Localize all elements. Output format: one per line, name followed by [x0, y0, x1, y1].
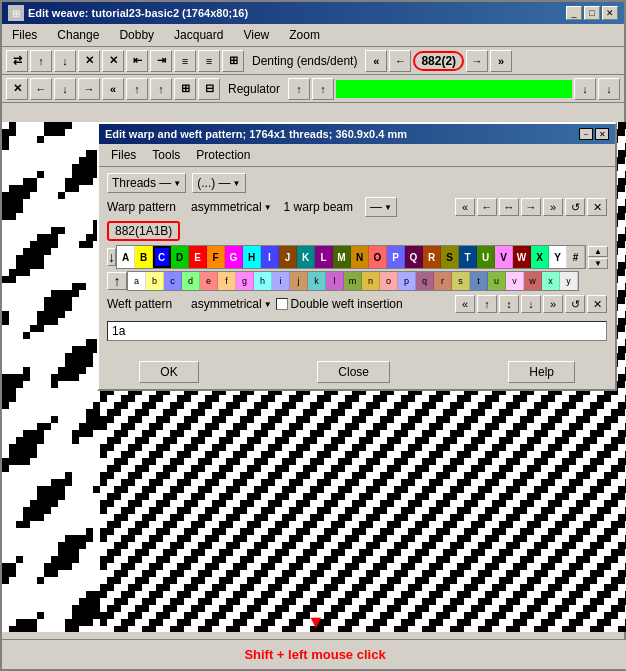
upper-color-cell-X[interactable]: X — [531, 246, 549, 268]
upper-color-cell-Y[interactable]: Y — [549, 246, 567, 268]
double-weft-checkbox[interactable] — [276, 298, 288, 310]
toolbar2-btn-7[interactable]: ↑ — [150, 78, 172, 100]
lower-color-cell-h[interactable]: h — [254, 272, 272, 290]
upper-color-cell-Q[interactable]: Q — [405, 246, 423, 268]
upper-color-cell-O[interactable]: O — [369, 246, 387, 268]
lower-color-cell-a[interactable]: a — [128, 272, 146, 290]
regulator-up2[interactable]: ↑ — [312, 78, 334, 100]
dialog-menu-files[interactable]: Files — [107, 146, 140, 164]
menu-files[interactable]: Files — [6, 26, 43, 44]
close-button[interactable]: ✕ — [602, 6, 618, 20]
lower-color-cell-x[interactable]: x — [542, 272, 560, 290]
toolbar-btn-6[interactable]: ⇤ — [126, 50, 148, 72]
denting-nav-left2[interactable]: ← — [389, 50, 411, 72]
lower-color-cell-u[interactable]: u — [488, 272, 506, 290]
upper-color-cell-G[interactable]: G — [225, 246, 243, 268]
toolbar2-btn-9[interactable]: ⊟ — [198, 78, 220, 100]
upper-color-cell-T[interactable]: T — [459, 246, 477, 268]
lower-color-cell-o[interactable]: o — [380, 272, 398, 290]
warp-nav-center[interactable]: ↔ — [499, 198, 519, 216]
upper-color-cell-P[interactable]: P — [387, 246, 405, 268]
upper-color-cell-E[interactable]: E — [189, 246, 207, 268]
close-dialog-button[interactable]: Close — [317, 361, 390, 383]
dialog-menu-tools[interactable]: Tools — [148, 146, 184, 164]
lower-color-cell-n[interactable]: n — [362, 272, 380, 290]
dialog-close-button[interactable]: ✕ — [595, 128, 609, 140]
color-down-btn[interactable]: ▼ — [588, 258, 608, 269]
weft-nav-refresh[interactable]: ↺ — [565, 295, 585, 313]
upper-color-cell-R[interactable]: R — [423, 246, 441, 268]
upper-color-cell-U[interactable]: U — [477, 246, 495, 268]
lower-color-cell-l[interactable]: l — [326, 272, 344, 290]
menu-jacquard[interactable]: Jacquard — [168, 26, 229, 44]
upper-color-cell-A[interactable]: A — [117, 246, 135, 268]
minimize-button[interactable]: _ — [566, 6, 582, 20]
regulator-down2[interactable]: ↓ — [598, 78, 620, 100]
lower-color-cell-s[interactable]: s — [452, 272, 470, 290]
menu-view[interactable]: View — [237, 26, 275, 44]
upper-color-cell-F[interactable]: F — [207, 246, 225, 268]
threads-dropdown[interactable]: Threads — ▼ — [107, 173, 186, 193]
weft-nav-next[interactable]: ↓ — [521, 295, 541, 313]
toolbar-btn-7[interactable]: ⇥ — [150, 50, 172, 72]
weft-nav-clear[interactable]: ✕ — [587, 295, 607, 313]
dialog-minimize-button[interactable]: − — [579, 128, 593, 140]
menu-dobby[interactable]: Dobby — [113, 26, 160, 44]
denting-nav-right2[interactable]: » — [490, 50, 512, 72]
lower-color-cell-y[interactable]: y — [560, 272, 578, 290]
lower-color-cell-g[interactable]: g — [236, 272, 254, 290]
weft-nav-prev[interactable]: ↑ — [477, 295, 497, 313]
denting-nav-right1[interactable]: → — [466, 50, 488, 72]
toolbar-btn-5[interactable]: ✕ — [102, 50, 124, 72]
lower-color-cell-r[interactable]: r — [434, 272, 452, 290]
warp-nav-next[interactable]: → — [521, 198, 541, 216]
lower-color-cell-t[interactable]: t — [470, 272, 488, 290]
color-up-btn[interactable]: ▲ — [588, 246, 608, 257]
lower-color-cell-p[interactable]: p — [398, 272, 416, 290]
warp-nav-clear[interactable]: ✕ — [587, 198, 607, 216]
warp-nav-last[interactable]: » — [543, 198, 563, 216]
warp-nav-first[interactable]: « — [455, 198, 475, 216]
lower-color-cell-c[interactable]: c — [164, 272, 182, 290]
upper-color-cell-S[interactable]: S — [441, 246, 459, 268]
toolbar-btn-1[interactable]: ⇄ — [6, 50, 28, 72]
weft-nav-last[interactable]: » — [543, 295, 563, 313]
lower-color-cell-q[interactable]: q — [416, 272, 434, 290]
toolbar-btn-9[interactable]: ≡ — [198, 50, 220, 72]
upper-color-cell-C[interactable]: C — [153, 246, 171, 268]
toolbar-btn-3[interactable]: ↓ — [54, 50, 76, 72]
pattern-input[interactable] — [107, 321, 607, 341]
weft-nav-center[interactable]: ↕ — [499, 295, 519, 313]
lower-color-cell-d[interactable]: d — [182, 272, 200, 290]
toolbar-btn-4[interactable]: ✕ — [78, 50, 100, 72]
dialog-menu-protection[interactable]: Protection — [192, 146, 254, 164]
scroll-up-btn[interactable]: ↓ — [107, 248, 116, 266]
toolbar-btn-2[interactable]: ↑ — [30, 50, 52, 72]
upper-color-cell-N[interactable]: N — [351, 246, 369, 268]
toolbar2-btn-5[interactable]: « — [102, 78, 124, 100]
upper-color-cell-H[interactable]: H — [243, 246, 261, 268]
warp-beam-dropdown[interactable]: — ▼ — [365, 197, 397, 217]
weft-asymmetrical-dropdown[interactable]: asymmetrical ▼ — [191, 297, 272, 311]
toolbar2-btn-1[interactable]: ✕ — [6, 78, 28, 100]
upper-color-cell-K[interactable]: K — [297, 246, 315, 268]
lower-color-cell-w[interactable]: w — [524, 272, 542, 290]
upper-color-cell-B[interactable]: B — [135, 246, 153, 268]
lower-color-cell-k[interactable]: k — [308, 272, 326, 290]
upper-color-cell-W[interactable]: W — [513, 246, 531, 268]
lower-color-cell-j[interactable]: j — [290, 272, 308, 290]
toolbar2-btn-4[interactable]: → — [78, 78, 100, 100]
upper-color-cell-J[interactable]: J — [279, 246, 297, 268]
upper-color-cell-I[interactable]: I — [261, 246, 279, 268]
warp-asymmetrical-dropdown[interactable]: asymmetrical ▼ — [191, 200, 272, 214]
regulator-down1[interactable]: ↓ — [574, 78, 596, 100]
upper-color-cell-M[interactable]: M — [333, 246, 351, 268]
menu-zoom[interactable]: Zoom — [283, 26, 326, 44]
lower-color-cell-i[interactable]: i — [272, 272, 290, 290]
upper-color-cell-L[interactable]: L — [315, 246, 333, 268]
bracket-dropdown[interactable]: (...) — ▼ — [192, 173, 245, 193]
maximize-button[interactable]: □ — [584, 6, 600, 20]
scroll-up-btn2[interactable]: ↑ — [107, 272, 127, 290]
upper-color-cell-#[interactable]: # — [567, 246, 585, 268]
help-button[interactable]: Help — [508, 361, 575, 383]
